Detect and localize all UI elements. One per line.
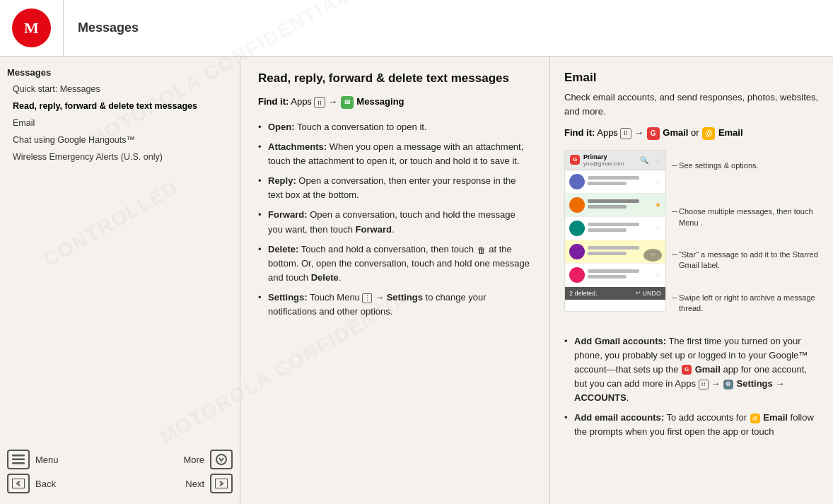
- gmail-lines: [588, 223, 652, 234]
- mockup-annotations: See settings & options. Choose multiple …: [672, 150, 819, 322]
- menu-icon: [7, 450, 30, 469]
- annotation-3: "Star" a message to add it to the Starre…: [672, 250, 819, 271]
- email-description: Check email accounts, and send responses…: [564, 90, 819, 119]
- term-add-gmail: Add Gmail accounts:: [574, 336, 666, 346]
- next-button[interactable]: Next: [185, 474, 233, 493]
- swipe-gesture-icon: ☞: [643, 249, 662, 262]
- page-title: Messages: [64, 20, 139, 35]
- gmail-mockup: G Primary you@gmail.com 🔍 ⋮: [564, 150, 666, 312]
- avatar: [569, 267, 585, 283]
- sidebar-item-hangouts[interactable]: Chat using Google Hangouts™: [7, 131, 233, 148]
- text-open: Touch a conversation to open it.: [297, 122, 427, 132]
- email-title: Email: [564, 71, 819, 85]
- gmail-header-label: Primary: [583, 153, 624, 160]
- gmail-delete-bar: 2 deleted. ↩ UNDO: [565, 287, 665, 300]
- more-label: More: [183, 455, 204, 465]
- search-icon[interactable]: 🔍: [640, 156, 648, 164]
- gmail-mockup-header: G Primary you@gmail.com 🔍 ⋮: [565, 151, 665, 170]
- gmail-lines: [588, 199, 652, 211]
- gmail-lines: [588, 246, 652, 257]
- star-icon[interactable]: ☆: [655, 271, 661, 279]
- term-settings: Settings:: [268, 292, 308, 303]
- center-content: Read, reply, forward & delete text messa…: [240, 57, 550, 504]
- email-label: Email: [718, 127, 743, 138]
- messaging-app-icon: ✉: [341, 96, 354, 109]
- svg-rect-2: [12, 462, 25, 464]
- apps-icon-inline: ⁞⁞: [699, 380, 709, 389]
- find-it-prefix: Find it:: [258, 96, 289, 107]
- next-icon: [210, 474, 233, 493]
- term-reply: Reply:: [268, 175, 296, 186]
- avatar: [569, 174, 585, 189]
- back-label: Back: [35, 479, 56, 489]
- main-content: Messages Quick start: Messages Read, rep…: [0, 57, 833, 504]
- term-delete: Delete:: [268, 244, 298, 254]
- undo-label[interactable]: UNDO: [643, 290, 662, 297]
- gmail-lines: [588, 269, 652, 281]
- star-icon[interactable]: ★: [655, 201, 661, 209]
- nav-row-top: Menu More: [7, 450, 233, 469]
- annotation-2: Choose multiple messages, then touch Men…: [672, 206, 819, 228]
- sidebar-item-email[interactable]: Email: [7, 115, 233, 131]
- svg-rect-1: [12, 459, 25, 461]
- term-open: Open:: [268, 122, 295, 132]
- list-item: Delete: Touch and hold a conversation, t…: [258, 240, 532, 288]
- annotation-1: See settings & options.: [672, 160, 819, 171]
- apps-icon-right: ⁞⁞: [620, 128, 631, 139]
- avatar: [569, 197, 585, 213]
- email-find-it: Find it: Apps ⁞⁞ → G Gmail or @ Email: [564, 126, 819, 140]
- sidebar-nav-top: Messages: [7, 67, 233, 78]
- more-icon: [210, 450, 233, 469]
- more-button[interactable]: More: [183, 450, 233, 469]
- list-item: Add email accounts: To add accounts for …: [564, 408, 819, 442]
- list-item: Reply: Open a conversation, then enter y…: [258, 171, 532, 205]
- svg-point-3: [216, 455, 226, 464]
- svg-rect-4: [12, 479, 25, 488]
- deleted-label: 2 deleted.: [569, 290, 598, 297]
- gmail-header-sublabel: you@gmail.com: [583, 160, 624, 167]
- logo-area: M: [0, 0, 64, 56]
- email-inline-icon: @: [750, 414, 760, 423]
- find-it-text: Apps ⁞⁞ → ✉ Messaging: [291, 96, 404, 107]
- annotation-4: Swipe left or right to archive a message…: [672, 293, 819, 315]
- motorola-logo: M: [12, 8, 51, 47]
- term-add-email: Add email accounts:: [574, 412, 664, 423]
- svg-rect-5: [215, 479, 228, 488]
- settings-icon-inline: ⚙: [723, 380, 733, 389]
- text-reply: Open a conversation, then enter your res…: [268, 175, 516, 200]
- list-item: Open: Touch a conversation to open it.: [258, 117, 532, 137]
- logo-m: M: [24, 19, 39, 37]
- gmail-row: ★: [565, 194, 665, 217]
- sidebar-item-read-reply[interactable]: Read, reply, forward & delete text messa…: [7, 98, 233, 115]
- trash-icon: 🗑: [477, 244, 487, 255]
- gmail-header-text: Primary you@gmail.com: [583, 153, 624, 167]
- gmail-header-icon: G: [570, 155, 580, 165]
- gmail-row-swipe: ☆ ☞: [565, 240, 665, 264]
- gmail-row: ☆: [565, 170, 665, 194]
- menu-button[interactable]: Menu: [7, 450, 59, 469]
- sidebar-item-emergency[interactable]: Wireless Emergency Alerts (U.S. only): [7, 148, 233, 165]
- sidebar-item-quickstart[interactable]: Quick start: Messages: [7, 81, 233, 98]
- avatar: [569, 244, 585, 259]
- center-find-it: Find it: Apps ⁞⁞ → ✉ Messaging: [258, 95, 532, 109]
- header: M Messages: [0, 0, 833, 57]
- avatar: [569, 221, 585, 236]
- sidebar: Messages Quick start: Messages Read, rep…: [0, 57, 240, 504]
- term-attachments: Attachments:: [268, 141, 327, 152]
- back-button[interactable]: Back: [7, 474, 56, 493]
- more-dots-icon[interactable]: ⋮: [654, 156, 661, 164]
- bottom-nav: Menu More: [7, 450, 233, 493]
- star-icon[interactable]: ☆: [655, 224, 661, 232]
- gmail-row: ☆: [565, 217, 665, 240]
- right-content: Email Check email accounts, and send res…: [550, 57, 833, 504]
- next-label: Next: [185, 479, 204, 489]
- list-item: Add Gmail accounts: The first time you t…: [564, 332, 819, 409]
- menu-dots-icon: ⋮: [362, 293, 372, 303]
- gmail-icon: G: [647, 127, 660, 140]
- undo-arrow-icon: ↩: [636, 290, 641, 296]
- back-icon: [7, 474, 30, 493]
- star-icon[interactable]: ☆: [655, 177, 661, 185]
- gmail-label: Gmail: [663, 127, 688, 138]
- mockup-section: G Primary you@gmail.com 🔍 ⋮: [564, 150, 819, 322]
- list-item: Attachments: When you open a message wit…: [258, 137, 532, 171]
